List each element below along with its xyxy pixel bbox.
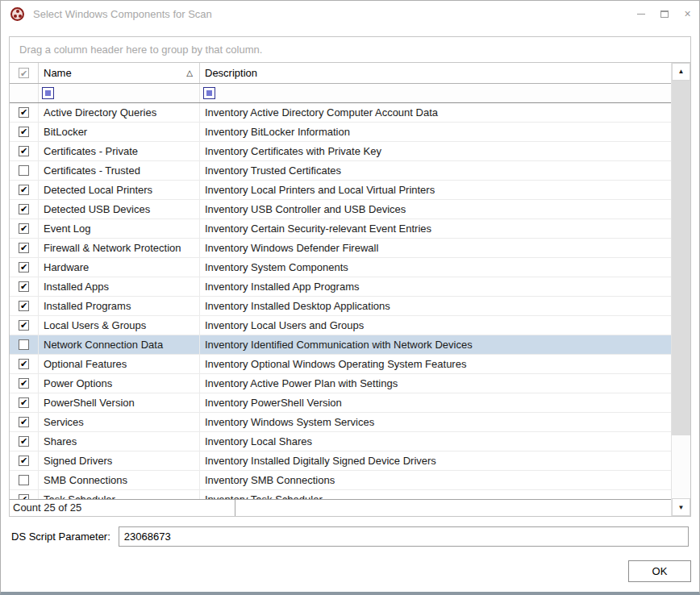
row-checkbox[interactable]: ✔ <box>19 185 29 195</box>
component-name[interactable]: Services <box>39 413 200 431</box>
scrollbar-track[interactable] <box>672 435 690 498</box>
component-description[interactable]: Inventory Identified Communication with … <box>200 335 671 354</box>
component-name[interactable]: Network Connection Data <box>39 335 200 354</box>
filter-cell-name[interactable] <box>39 84 200 102</box>
row-checkbox[interactable]: ✔ <box>19 397 29 408</box>
component-description[interactable]: Inventory Windows System Services <box>200 413 671 431</box>
filter-icon[interactable] <box>42 87 54 99</box>
component-name[interactable]: Signed Drivers <box>39 451 200 470</box>
component-description[interactable]: Inventory SMB Connections <box>200 471 671 489</box>
table-row[interactable]: ✔Local Users & GroupsInventory Local Use… <box>10 316 671 335</box>
table-row[interactable]: ✔Installed AppsInventory Installed App P… <box>10 277 671 297</box>
table-row[interactable]: SMB ConnectionsInventory SMB Connections <box>10 471 671 490</box>
component-name[interactable]: Power Options <box>39 374 200 393</box>
component-description[interactable]: Inventory Windows Defender Firewall <box>200 239 671 257</box>
component-name[interactable]: BitLocker <box>39 123 200 141</box>
column-header-description[interactable]: Description <box>200 63 671 83</box>
component-name[interactable]: Detected USB Devices <box>39 200 200 218</box>
group-by-panel[interactable]: Drag a column header here to group by th… <box>10 37 690 63</box>
component-description[interactable]: Inventory Active Directory Computer Acco… <box>200 103 671 122</box>
ds-script-parameter-input[interactable] <box>119 526 689 547</box>
close-button[interactable]: × <box>676 1 699 27</box>
component-name[interactable]: Active Directory Queries <box>39 103 200 122</box>
component-description[interactable]: Inventory System Components <box>200 258 671 277</box>
component-description[interactable]: Inventory Active Power Plan with Setting… <box>200 374 671 393</box>
table-row[interactable]: ✔SharesInventory Local Shares <box>10 432 671 451</box>
row-checkbox[interactable]: ✔ <box>19 320 29 331</box>
component-description[interactable]: Inventory Local Printers and Local Virtu… <box>200 181 671 199</box>
component-name[interactable]: Shares <box>39 432 200 451</box>
table-row[interactable]: ✔Installed ProgramsInventory Installed D… <box>10 297 671 316</box>
component-description[interactable]: Inventory Local Shares <box>200 432 671 451</box>
filter-icon[interactable] <box>203 87 215 99</box>
component-name[interactable]: PowerShell Version <box>39 393 200 412</box>
component-description[interactable]: Inventory Trusted Certificates <box>200 161 671 180</box>
component-description[interactable]: Inventory Installed Desktop Applications <box>200 297 671 315</box>
minimize-button[interactable] <box>629 1 652 27</box>
table-row[interactable]: ✔Detected Local PrintersInventory Local … <box>10 181 671 200</box>
table-row[interactable]: ✔Power OptionsInventory Active Power Pla… <box>10 374 671 393</box>
component-name[interactable]: Firewall & Network Protection <box>39 239 200 257</box>
table-row[interactable]: ✔HardwareInventory System Components <box>10 258 671 277</box>
row-checkbox[interactable]: ✔ <box>19 359 29 369</box>
component-name[interactable]: Optional Features <box>39 355 200 373</box>
row-checkbox[interactable]: ✔ <box>19 281 29 292</box>
row-checkbox[interactable] <box>19 165 29 176</box>
row-checkbox[interactable]: ✔ <box>19 436 29 447</box>
component-description[interactable]: Inventory Optional Windows Operating Sys… <box>200 355 671 373</box>
row-checkbox[interactable]: ✔ <box>19 146 29 156</box>
table-row[interactable]: ✔Event LogInventory Certain Security-rel… <box>10 219 671 239</box>
table-row[interactable]: ✔Task SchedulerInventory Task Scheduler <box>10 490 671 499</box>
table-row[interactable]: Network Connection DataInventory Identif… <box>10 335 671 355</box>
vertical-scrollbar[interactable]: ▲ ▼ <box>671 63 690 516</box>
component-name[interactable]: Local Users & Groups <box>39 316 200 335</box>
component-description[interactable]: Inventory Certain Security-relevant Even… <box>200 219 671 238</box>
select-all-checkbox[interactable]: ✔ <box>19 68 29 78</box>
component-description[interactable]: Inventory Installed Digitally Signed Dev… <box>200 451 671 470</box>
table-row[interactable]: ✔Detected USB DevicesInventory USB Contr… <box>10 200 671 219</box>
row-checkbox[interactable]: ✔ <box>19 223 29 234</box>
component-name[interactable]: Detected Local Printers <box>39 181 200 199</box>
scrollbar-thumb[interactable] <box>672 81 690 435</box>
scroll-down-button[interactable]: ▼ <box>672 498 690 516</box>
row-checkbox[interactable]: ✔ <box>19 378 29 389</box>
row-checkbox[interactable]: ✔ <box>19 301 29 311</box>
component-description[interactable]: Inventory Local Users and Groups <box>200 316 671 335</box>
select-all-header-cell[interactable]: ✔ <box>10 63 39 83</box>
component-name[interactable]: Certificates - Trusted <box>39 161 200 180</box>
table-row[interactable]: ✔Optional FeaturesInventory Optional Win… <box>10 355 671 374</box>
row-checkbox[interactable]: ✔ <box>19 456 29 466</box>
ok-button[interactable]: OK <box>628 560 691 582</box>
row-checkbox[interactable]: ✔ <box>19 107 29 118</box>
table-row[interactable]: ✔Firewall & Network ProtectionInventory … <box>10 239 671 258</box>
component-name[interactable]: Task Scheduler <box>39 490 200 499</box>
row-checkbox[interactable]: ✔ <box>19 417 29 427</box>
table-row[interactable]: ✔Certificates - PrivateInventory Certifi… <box>10 142 671 161</box>
component-description[interactable]: Inventory Installed App Programs <box>200 277 671 296</box>
table-row[interactable]: ✔Active Directory QueriesInventory Activ… <box>10 103 671 123</box>
component-description[interactable]: Inventory Task Scheduler <box>200 490 671 499</box>
component-name[interactable]: Installed Apps <box>39 277 200 296</box>
table-row[interactable]: ✔Signed DriversInventory Installed Digit… <box>10 451 671 471</box>
maximize-button[interactable] <box>652 1 676 27</box>
table-row[interactable]: ✔ServicesInventory Windows System Servic… <box>10 413 671 432</box>
row-checkbox[interactable] <box>19 339 29 350</box>
table-row[interactable]: ✔PowerShell VersionInventory PowerShell … <box>10 393 671 413</box>
component-name[interactable]: Certificates - Private <box>39 142 200 160</box>
component-description[interactable]: Inventory Certificates with Private Key <box>200 142 671 160</box>
component-description[interactable]: Inventory USB Controller and USB Devices <box>200 200 671 218</box>
row-checkbox[interactable]: ✔ <box>19 262 29 273</box>
scroll-up-button[interactable]: ▲ <box>672 63 690 81</box>
filter-cell-description[interactable] <box>200 84 671 102</box>
component-name[interactable]: Installed Programs <box>39 297 200 315</box>
row-checkbox[interactable]: ✔ <box>19 127 29 137</box>
component-description[interactable]: Inventory PowerShell Version <box>200 393 671 412</box>
component-name[interactable]: SMB Connections <box>39 471 200 489</box>
component-description[interactable]: Inventory BitLocker Information <box>200 123 671 141</box>
row-checkbox[interactable]: ✔ <box>19 243 29 253</box>
component-name[interactable]: Event Log <box>39 219 200 238</box>
table-row[interactable]: Certificates - TrustedInventory Trusted … <box>10 161 671 181</box>
column-header-name[interactable]: Name △ <box>39 63 200 83</box>
row-checkbox[interactable] <box>19 475 29 485</box>
table-row[interactable]: ✔BitLockerInventory BitLocker Informatio… <box>10 123 671 142</box>
